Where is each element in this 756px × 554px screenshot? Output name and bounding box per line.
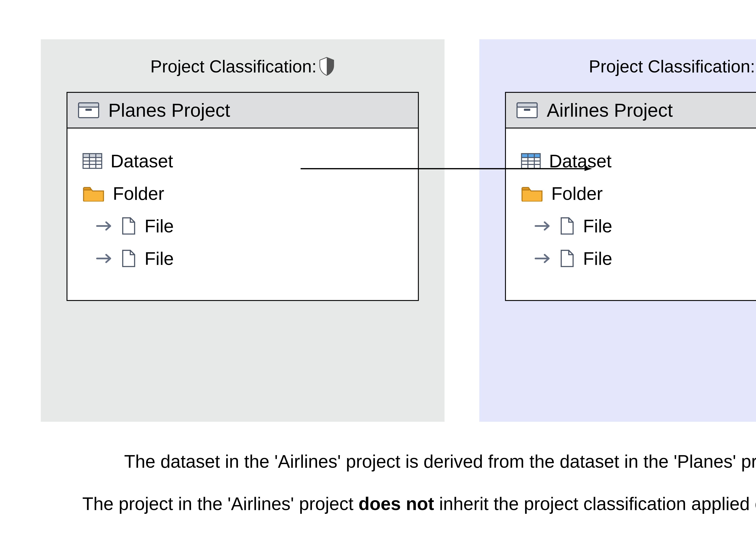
file-label: File xyxy=(145,215,174,237)
dataset-grid-icon xyxy=(521,153,541,169)
project-box: Airlines Project xyxy=(505,92,756,301)
file-label: File xyxy=(583,247,612,269)
project-header: Airlines Project xyxy=(506,93,756,128)
arrow-right-icon xyxy=(535,221,551,231)
folder-label: Folder xyxy=(551,183,603,204)
file-row-1: File xyxy=(96,214,403,238)
classification-row: Project Classification: xyxy=(66,56,419,77)
svg-rect-4 xyxy=(83,154,102,158)
svg-rect-12 xyxy=(517,103,537,107)
file-row-1: File xyxy=(535,214,756,238)
classification-label: Project Classification: xyxy=(589,56,755,77)
folder-row: Folder xyxy=(83,181,403,206)
file-icon xyxy=(121,249,136,268)
file-icon xyxy=(121,217,136,235)
dataset-label: Dataset xyxy=(111,150,173,172)
classification-label: Project Classification: xyxy=(150,56,317,77)
folder-row: Folder xyxy=(521,181,756,206)
panel-airlines: Project Classification: xyxy=(479,39,756,422)
caption-line-2: The project in the 'Airlines' project do… xyxy=(0,493,756,514)
dataset-label: Dataset xyxy=(549,150,611,172)
shield-icon xyxy=(318,57,335,76)
arrow-right-icon xyxy=(96,253,113,264)
dataset-row: Dataset xyxy=(83,149,403,173)
dataset-grid-icon xyxy=(83,153,102,169)
project-title: Planes Project xyxy=(108,99,230,121)
svg-rect-0 xyxy=(78,106,99,118)
dataset-row: Dataset xyxy=(521,149,756,173)
svg-rect-1 xyxy=(78,103,99,107)
project-title: Airlines Project xyxy=(547,99,673,121)
file-icon xyxy=(559,249,575,268)
svg-rect-15 xyxy=(522,154,540,158)
project-header: Planes Project xyxy=(67,93,418,128)
classification-row: Project Classification: xyxy=(505,56,756,77)
arrow-right-icon xyxy=(96,221,113,231)
project-box-icon xyxy=(517,102,538,118)
project-box-icon xyxy=(78,102,99,118)
svg-rect-11 xyxy=(517,106,537,118)
file-label: File xyxy=(145,247,174,269)
panel-planes: Project Classification: xyxy=(41,39,444,422)
file-row-2: File xyxy=(535,246,756,271)
file-label: File xyxy=(583,215,612,237)
caption-2-pre: The project in the 'Airlines' project xyxy=(82,494,359,514)
project-box: Planes Project xyxy=(66,92,419,301)
file-icon xyxy=(559,217,575,235)
project-body: Dataset Folder xyxy=(67,128,418,300)
folder-icon xyxy=(521,185,543,202)
caption-line-1: The dataset in the 'Airlines' project is… xyxy=(0,450,756,472)
folder-icon xyxy=(83,185,105,202)
caption-2-bold: does not xyxy=(359,494,434,514)
caption-2-post: inherit the project classification appli… xyxy=(434,494,756,514)
diagram-area: Project Classification: xyxy=(0,0,756,554)
file-row-2: File xyxy=(96,246,403,271)
svg-rect-13 xyxy=(524,109,530,111)
project-body: Dataset Folder xyxy=(506,128,756,300)
svg-rect-2 xyxy=(86,109,92,111)
arrow-right-icon xyxy=(535,253,551,264)
folder-label: Folder xyxy=(113,183,164,204)
